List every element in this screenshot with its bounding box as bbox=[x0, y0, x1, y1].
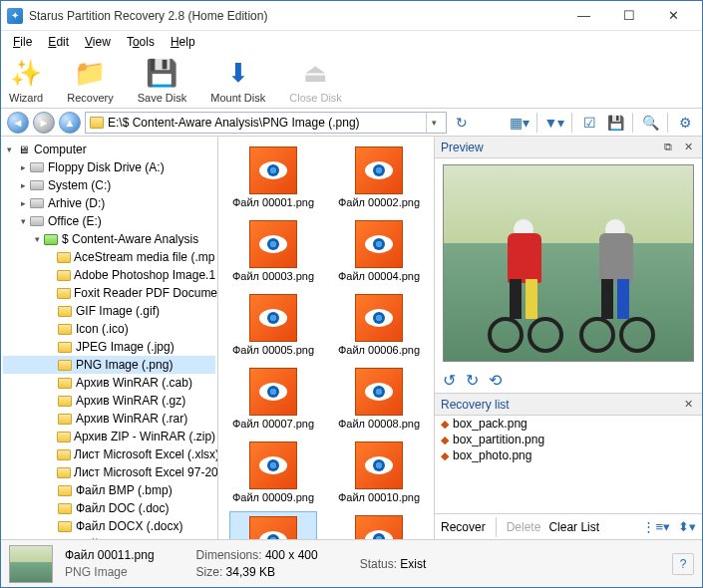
thumbnail-label: Файл 00003.png bbox=[232, 270, 314, 282]
main-toolbar: ✨ Wizard 📁 Recovery 💾 Save Disk ⬇ Mount … bbox=[1, 53, 702, 109]
list-save-icon[interactable]: ⬍▾ bbox=[678, 519, 696, 534]
recovery-list-item[interactable]: ◆box_pack.png bbox=[435, 416, 702, 432]
list-options-icon[interactable]: ⋮≡▾ bbox=[642, 519, 670, 534]
file-thumbnail[interactable]: Файл 00005.png bbox=[229, 290, 317, 360]
folder-icon bbox=[57, 432, 71, 442]
recovery-list-close-icon[interactable]: ✕ bbox=[681, 398, 696, 411]
clear-list-button[interactable]: Clear List bbox=[548, 520, 599, 534]
drive-icon bbox=[30, 198, 44, 208]
tree-folder[interactable]: JPEG Image (.jpg) bbox=[3, 338, 215, 356]
folder-icon bbox=[57, 467, 71, 478]
thumbnail-icon bbox=[355, 294, 403, 342]
mount-disk-button[interactable]: ⬇ Mount Disk bbox=[210, 58, 265, 104]
folder-icon bbox=[57, 449, 71, 460]
status-filename: Файл 00011.png bbox=[65, 548, 155, 562]
file-grid[interactable]: Файл 00001.pngФайл 00002.pngФайл 00003.p… bbox=[218, 137, 435, 539]
tree-folder[interactable]: GIF Image (.gif) bbox=[3, 302, 215, 320]
help-button[interactable]: ? bbox=[672, 553, 694, 575]
tree-drive[interactable]: ▾Office (E:) bbox=[3, 212, 215, 230]
drive-icon bbox=[30, 180, 44, 190]
menu-edit[interactable]: Edit bbox=[42, 33, 75, 51]
save-button[interactable]: 💾 bbox=[604, 112, 626, 134]
file-thumbnail[interactable]: Файл 00003.png bbox=[229, 216, 317, 286]
status-dimensions: 400 x 400 bbox=[265, 548, 318, 562]
close-button[interactable]: ✕ bbox=[651, 2, 696, 30]
folder-icon bbox=[58, 485, 72, 496]
tree-folder[interactable]: Файл DOCX (.docx) bbox=[3, 517, 215, 535]
minimize-button[interactable]: — bbox=[561, 2, 606, 30]
select-all-button[interactable]: ☑ bbox=[578, 112, 600, 134]
preview-body bbox=[435, 158, 702, 368]
nav-back-button[interactable]: ◄ bbox=[7, 112, 29, 134]
thumbnail-label: Файл 00009.png bbox=[232, 491, 314, 503]
recovery-list-item[interactable]: ◆box_partition.png bbox=[435, 432, 702, 447]
recovery-button[interactable]: 📁 Recovery bbox=[67, 58, 113, 104]
search-button[interactable]: 🔍 bbox=[639, 112, 661, 134]
menu-file[interactable]: File bbox=[7, 33, 38, 51]
tree-folder[interactable]: Файл DOC (.doc) bbox=[3, 499, 215, 517]
tree-folder[interactable]: Icon (.ico) bbox=[3, 320, 215, 338]
folder-icon bbox=[58, 324, 72, 335]
file-thumbnail[interactable]: Файл 00006.png bbox=[335, 290, 423, 360]
folder-tree[interactable]: ▾Computer ▸Floppy Disk Drive (A:) ▸Syste… bbox=[1, 137, 218, 539]
tree-computer[interactable]: ▾Computer bbox=[3, 141, 215, 158]
title-bar: ✦ Starus Partition Recovery 2.8 (Home Ed… bbox=[1, 1, 702, 31]
filter-button[interactable]: ▼▾ bbox=[543, 112, 565, 134]
tree-folder[interactable]: Adobe Photoshop Image.1 bbox=[3, 266, 215, 284]
nav-forward-button[interactable]: ► bbox=[33, 112, 55, 134]
tree-drive[interactable]: ▸Arhive (D:) bbox=[3, 194, 215, 212]
folder-icon bbox=[58, 396, 72, 407]
status-exist: Exist bbox=[400, 557, 426, 571]
address-dropdown-icon[interactable]: ▾ bbox=[426, 113, 442, 133]
recovery-list-item[interactable]: ◆box_photo.png bbox=[435, 447, 702, 463]
folder-icon bbox=[58, 342, 72, 353]
nav-up-button[interactable]: ▲ bbox=[59, 112, 81, 134]
preview-rotate-toolbar: ↺ ↻ ⟲ bbox=[435, 368, 702, 394]
thumbnail-label: Файл 00007.png bbox=[232, 418, 314, 430]
tree-folder[interactable]: Файл BMP (.bmp) bbox=[3, 481, 215, 499]
mount-disk-icon: ⬇ bbox=[222, 58, 254, 90]
file-thumbnail[interactable]: Файл 00001.png bbox=[229, 143, 317, 212]
file-icon: ◆ bbox=[441, 418, 449, 431]
tree-folder[interactable]: PNG Image (.png) bbox=[3, 356, 215, 374]
recover-button[interactable]: Recover bbox=[441, 520, 486, 534]
rotate-right-icon[interactable]: ↻ bbox=[466, 371, 479, 390]
menu-tools[interactable]: Tools bbox=[121, 33, 161, 51]
view-mode-button[interactable]: ▦▾ bbox=[509, 112, 530, 134]
tree-folder[interactable]: Лист Microsoft Excel (.xlsx) bbox=[3, 445, 215, 463]
tree-folder[interactable]: Архив ZIP - WinRAR (.zip) bbox=[3, 428, 215, 445]
tree-folder[interactable]: Архив WinRAR (.rar) bbox=[3, 410, 215, 428]
thumbnail-label: Файл 00002.png bbox=[338, 196, 420, 208]
tree-folder[interactable]: Архив WinRAR (.gz) bbox=[3, 392, 215, 410]
tree-folder[interactable]: Архив WinRAR (.cab) bbox=[3, 374, 215, 392]
file-thumbnail[interactable]: Файл 00007.png bbox=[229, 364, 317, 434]
save-disk-button[interactable]: 💾 Save Disk bbox=[138, 58, 187, 104]
file-thumbnail[interactable]: Файл 00002.png bbox=[335, 143, 423, 212]
wizard-button[interactable]: ✨ Wizard bbox=[9, 58, 43, 104]
tree-folder[interactable]: Лист Microsoft Excel 97-20 bbox=[3, 463, 215, 481]
menu-view[interactable]: View bbox=[79, 33, 117, 51]
preview-popout-icon[interactable]: ⧉ bbox=[661, 141, 675, 153]
close-disk-button: ⏏ Close Disk bbox=[289, 58, 342, 104]
rotate-reset-icon[interactable]: ⟲ bbox=[489, 371, 502, 390]
address-input[interactable]: E:\$ Content-Aware Analysis\PNG Image (.… bbox=[85, 112, 447, 134]
tree-folder[interactable]: Foxit Reader PDF Documen bbox=[3, 284, 215, 302]
file-thumbnail[interactable]: Файл 00011.png bbox=[229, 511, 317, 539]
refresh-button[interactable]: ↻ bbox=[451, 112, 473, 134]
tree-drive[interactable]: ▸System (C:) bbox=[3, 176, 215, 194]
tree-content-aware[interactable]: ▾$ Content-Aware Analysis bbox=[3, 230, 215, 248]
file-thumbnail[interactable]: Файл 00004.png bbox=[335, 216, 423, 286]
file-thumbnail[interactable]: Файл 00012.png bbox=[335, 511, 423, 539]
menu-help[interactable]: Help bbox=[165, 33, 201, 51]
options-button[interactable]: ⚙ bbox=[674, 112, 696, 134]
preview-close-icon[interactable]: ✕ bbox=[681, 141, 696, 153]
rotate-left-icon[interactable]: ↺ bbox=[443, 371, 456, 390]
recovery-list[interactable]: ◆box_pack.png◆box_partition.png◆box_phot… bbox=[435, 416, 702, 513]
status-filetype: PNG Image bbox=[65, 565, 155, 579]
file-thumbnail[interactable]: Файл 00009.png bbox=[229, 438, 317, 507]
file-thumbnail[interactable]: Файл 00010.png bbox=[335, 438, 423, 507]
tree-folder[interactable]: AceStream media file (.mp bbox=[3, 248, 215, 266]
maximize-button[interactable]: ☐ bbox=[606, 2, 651, 30]
tree-drive[interactable]: ▸Floppy Disk Drive (A:) bbox=[3, 158, 215, 176]
file-thumbnail[interactable]: Файл 00008.png bbox=[335, 364, 423, 434]
